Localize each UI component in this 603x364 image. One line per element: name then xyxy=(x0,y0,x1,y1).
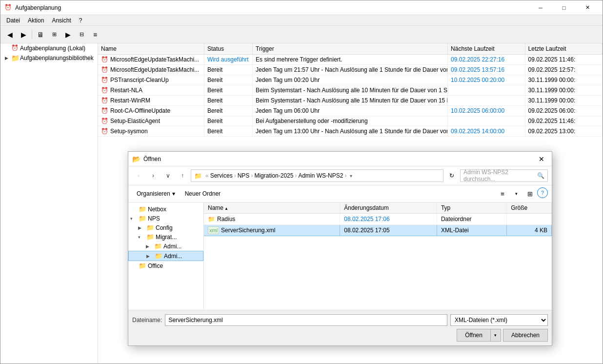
dialog-title-icon: 📂 xyxy=(132,155,141,163)
task-last-run: 09.02.2025 12:57: xyxy=(525,65,602,75)
dialog-tree-item[interactable]: ▾ 📁 Migrat... xyxy=(128,232,203,242)
task-name: ⏰Root-CA-OfflineUpdate xyxy=(98,106,204,116)
bc-sep-2: › xyxy=(251,172,253,179)
task-trigger: Jeden Tag um 21:57 Uhr - Nach Auslösung … xyxy=(253,65,448,75)
refresh-button[interactable]: ↻ xyxy=(445,169,458,182)
open-button[interactable]: Öffnen xyxy=(457,329,490,342)
dialog-tree-item[interactable]: ▶ 📁 Admi... xyxy=(128,242,203,251)
task-name: ⏰PSTranscript-CleanUp xyxy=(98,75,204,85)
back-button[interactable]: ◀ xyxy=(3,28,16,41)
breadcrumb-admin[interactable]: Admin WS-NPS2 xyxy=(298,172,343,179)
file-date: 08.02.2025 17:05 xyxy=(340,225,437,236)
breadcrumb-nps[interactable]: NPS xyxy=(238,172,250,179)
cancel-button[interactable]: Abbrechen xyxy=(503,329,548,342)
task-next-run: 09.02.2025 22:27:16 xyxy=(448,55,525,65)
task-status: Bereit xyxy=(204,126,252,137)
organize-dropdown-icon: ▾ xyxy=(172,190,175,197)
dtree-folder-icon: 📁 xyxy=(154,243,162,250)
task-next-run: 10.02.2025 00:20:00 xyxy=(448,75,525,85)
organize-button[interactable]: Organisieren ▾ xyxy=(132,187,180,200)
col-trigger[interactable]: Trigger xyxy=(253,43,448,55)
view-dropdown-button[interactable]: ▾ xyxy=(510,187,523,200)
table-row[interactable]: ⏰Root-CA-OfflineUpdate Bereit Jeden Tag … xyxy=(98,106,603,116)
dialog-back-button[interactable]: ‹ xyxy=(132,169,145,182)
menu-help[interactable]: ? xyxy=(75,16,86,25)
dialog-tree-item[interactable]: 📁 Netbox xyxy=(128,204,203,214)
address-bar[interactable]: 📁 « Services › NPS › Migration-2025 › Ad… xyxy=(191,169,443,182)
address-dropdown-icon[interactable]: ▾ xyxy=(350,173,352,179)
dialog-bottom: Dateiname: XML-Dateien (*.xml) Öffnen ▾ … xyxy=(128,310,552,345)
breadcrumb-migration[interactable]: Migration-2025 xyxy=(254,172,293,179)
file-name: xmlServerSicherung.xml xyxy=(204,225,340,236)
dialog-tree-item[interactable]: 📁 Office xyxy=(128,261,203,270)
files-col-größe[interactable]: Größe xyxy=(507,202,552,214)
dialog-forward-button[interactable]: › xyxy=(147,169,160,182)
col-status[interactable]: Status xyxy=(204,43,252,55)
sort-arrow: ▲ xyxy=(224,206,228,211)
toolbar-btn-5[interactable]: ≡ xyxy=(89,28,101,41)
root-expand-icon xyxy=(2,44,10,52)
dtree-expand-icon: ▾ xyxy=(138,235,145,240)
col-name[interactable]: Name xyxy=(98,43,204,55)
search-box[interactable]: Admin WS-NPS2 durchsuch... 🔍 xyxy=(460,169,548,182)
organize-label: Organisieren xyxy=(137,190,170,197)
view-help-button[interactable]: ? xyxy=(537,187,548,198)
menu-ansicht[interactable]: Ansicht xyxy=(48,16,75,25)
dialog-content: 📁 Netbox ▾ 📁 NPS ▶ 📁 Config ▾ 📁 Migrat..… xyxy=(128,202,552,310)
dialog-title-bar: 📂 Öffnen ✕ xyxy=(128,152,552,166)
open-dropdown-button[interactable]: ▾ xyxy=(490,329,501,342)
menu-datei[interactable]: Datei xyxy=(2,16,24,25)
table-row[interactable]: ⏰MicrosoftEdgeUpdateTaskMachi... Wird au… xyxy=(98,55,603,65)
dtree-label: Admi... xyxy=(164,253,182,260)
filename-label: Dateiname: xyxy=(132,317,162,324)
dialog-nav-bar: ‹ › ∨ ↑ 📁 « Services › NPS › Migration-2… xyxy=(128,166,552,185)
task-last-run: 09.02.2025 13:00: xyxy=(525,126,602,137)
view-detail-button[interactable]: ⊞ xyxy=(523,187,536,200)
window-title: Aufgabenplanung xyxy=(15,4,529,11)
view-list-button[interactable]: ≡ xyxy=(496,187,509,200)
maximize-button[interactable]: □ xyxy=(553,0,575,15)
task-trigger: Jeden Tag um 13:00 Uhr - Nach Auslösung … xyxy=(253,126,448,137)
table-row[interactable]: ⏰Restart-WinRM Bereit Beim Systemstart -… xyxy=(98,96,603,106)
tree-root[interactable]: ⏰ Aufgabenplanung (Lokal) xyxy=(0,43,98,53)
dtree-expand-icon: ▶ xyxy=(146,244,153,249)
minimize-button[interactable]: ─ xyxy=(529,0,552,15)
table-row[interactable]: ⏰PSTranscript-CleanUp Bereit Jeden Tag u… xyxy=(98,75,603,85)
table-row[interactable]: ⏰Setup-ElasticAgent Bereit Bei Aufgabene… xyxy=(98,116,603,126)
col-nextrun[interactable]: Nächste Laufzeit xyxy=(448,43,525,55)
table-row[interactable]: ⏰MicrosoftEdgeUpdateTaskMachi... Bereit … xyxy=(98,65,603,75)
window-controls: ─ □ ✕ xyxy=(529,0,599,15)
menu-aktion[interactable]: Aktion xyxy=(24,16,48,25)
task-status: Bereit xyxy=(204,116,252,126)
breadcrumb-services[interactable]: Services xyxy=(210,172,233,179)
new-folder-button[interactable]: Neuer Ordner xyxy=(181,187,225,200)
task-icon: ⏰ xyxy=(101,118,108,124)
tree-library[interactable]: ▶ 📁 Aufgabenplanungsbibliothek xyxy=(0,53,98,63)
toolbar-btn-4[interactable]: ⊟ xyxy=(75,28,88,41)
dtree-label: Office xyxy=(148,263,163,269)
table-row[interactable]: ⏰Restart-NLA Bereit Beim Systemstart - N… xyxy=(98,85,603,96)
dialog-dropdown-button[interactable]: ∨ xyxy=(161,169,174,182)
files-col-name[interactable]: Name▲ xyxy=(204,202,340,214)
toolbar-btn-1[interactable]: 🖥 xyxy=(34,28,47,41)
files-col-typ[interactable]: Typ xyxy=(437,202,506,214)
filename-input[interactable] xyxy=(165,314,447,326)
dialog-tree-item[interactable]: ▶ 📁 Admi... xyxy=(128,251,203,261)
col-lastrun[interactable]: Letzte Laufzeit xyxy=(525,43,602,55)
dialog-up-button[interactable]: ↑ xyxy=(176,169,189,182)
dialog-tree-item[interactable]: ▾ 📁 NPS xyxy=(128,214,203,223)
file-row[interactable]: 📁Radius 08.02.2025 17:06 Dateiordner xyxy=(204,214,552,225)
dialog-tree-item[interactable]: ▶ 📁 Config xyxy=(128,223,203,232)
filetype-select[interactable]: XML-Dateien (*.xml) xyxy=(450,314,548,326)
close-button[interactable]: ✕ xyxy=(576,0,599,15)
file-name: 📁Radius xyxy=(204,214,340,225)
toolbar-btn-3[interactable]: ▶ xyxy=(61,28,74,41)
file-size: 4 KB xyxy=(507,225,552,236)
table-row[interactable]: ⏰Setup-sysmon Bereit Jeden Tag um 13:00 … xyxy=(98,126,603,137)
forward-button[interactable]: ▶ xyxy=(17,28,30,41)
dialog-close-button[interactable]: ✕ xyxy=(535,153,548,165)
file-row[interactable]: xmlServerSicherung.xml 08.02.2025 17:05 … xyxy=(204,225,552,236)
files-col-änderungsdatum[interactable]: Änderungsdatum xyxy=(340,202,437,214)
toolbar-btn-2[interactable]: ⊞ xyxy=(48,28,60,41)
menu-bar: Datei Aktion Ansicht ? xyxy=(0,15,603,26)
